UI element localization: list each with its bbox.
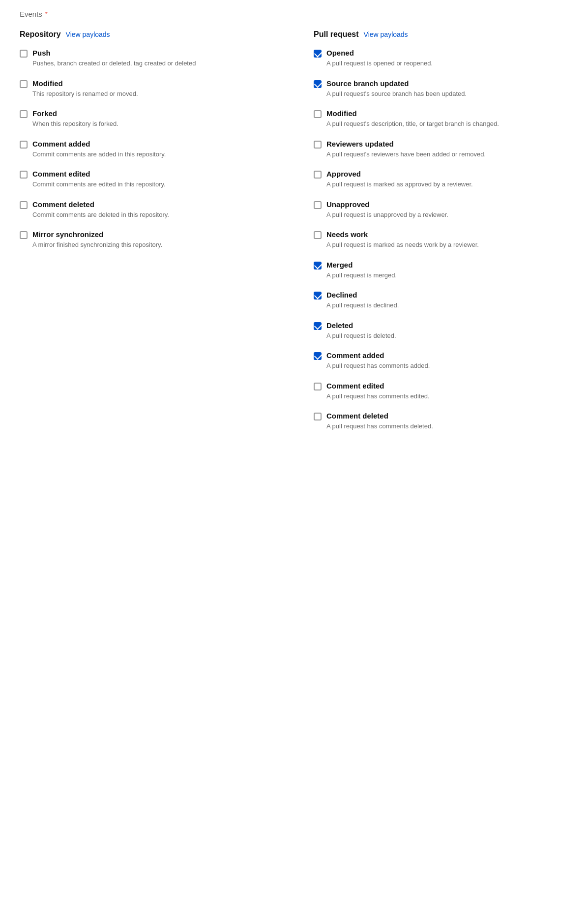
pr-description-pr-source-branch-updated: A pull request's source branch has been …	[326, 89, 568, 99]
pr-item-pr-comment-added: Comment addedA pull request has comments…	[314, 351, 568, 371]
pr-checkbox-wrapper-pr-unapproved	[314, 201, 322, 210]
repo-checkbox-mirror-synchronized[interactable]	[20, 231, 28, 239]
events-label: Events	[20, 10, 42, 18]
pr-name-pr-modified: Modified	[326, 109, 568, 118]
pr-checkbox-wrapper-pr-comment-edited	[314, 383, 322, 392]
repo-checkbox-modified[interactable]	[20, 80, 28, 88]
pr-checkbox-pr-needs-work[interactable]	[314, 231, 322, 239]
pull-request-items-list: OpenedA pull request is opened or reopen…	[314, 49, 568, 431]
repo-item-modified: ModifiedThis repository is renamed or mo…	[20, 79, 274, 99]
pr-description-pr-merged: A pull request is merged.	[326, 270, 568, 280]
pr-name-pr-unapproved: Unapproved	[326, 200, 568, 209]
pr-description-pr-modified: A pull request's description, title, or …	[326, 119, 568, 129]
repo-item-comment-deleted: Comment deletedCommit comments are delet…	[20, 200, 274, 220]
pr-content-pr-declined: DeclinedA pull request is declined.	[326, 291, 568, 310]
pr-name-pr-approved: Approved	[326, 170, 568, 178]
pr-description-pr-unapproved: A pull request is unapproved by a review…	[326, 210, 568, 220]
repo-description-push: Pushes, branch created or deleted, tag c…	[32, 59, 274, 68]
pr-checkbox-pr-source-branch-updated[interactable]	[314, 80, 322, 88]
repository-column-title: Repository	[20, 30, 61, 39]
repo-name-mirror-synchronized: Mirror synchronized	[32, 230, 274, 239]
repo-checkbox-comment-added[interactable]	[20, 141, 28, 149]
repo-content-modified: ModifiedThis repository is renamed or mo…	[32, 79, 274, 99]
repository-items-list: PushPushes, branch created or deleted, t…	[20, 49, 274, 250]
pr-description-pr-reviewers-updated: A pull request's reviewers have been add…	[326, 150, 568, 159]
repo-name-comment-added: Comment added	[32, 140, 274, 148]
pr-checkbox-wrapper-pr-source-branch-updated	[314, 80, 322, 90]
pr-checkbox-pr-unapproved[interactable]	[314, 201, 322, 209]
repo-item-mirror-synchronized: Mirror synchronizedA mirror finished syn…	[20, 230, 274, 250]
pr-checkbox-pr-reviewers-updated[interactable]	[314, 141, 322, 149]
required-asterisk: *	[45, 10, 48, 18]
pr-content-pr-approved: ApprovedA pull request is marked as appr…	[326, 170, 568, 189]
pr-checkbox-wrapper-pr-reviewers-updated	[314, 141, 322, 150]
pr-checkbox-pr-opened[interactable]	[314, 50, 322, 58]
pull-request-column-header: Pull request View payloads	[314, 30, 568, 39]
repository-column-header: Repository View payloads	[20, 30, 274, 39]
repo-name-modified: Modified	[32, 79, 274, 88]
pull-request-column-title: Pull request	[314, 30, 359, 39]
pr-item-pr-source-branch-updated: Source branch updatedA pull request's so…	[314, 79, 568, 99]
pr-name-pr-comment-edited: Comment edited	[326, 382, 568, 390]
pr-item-pr-reviewers-updated: Reviewers updatedA pull request's review…	[314, 140, 568, 159]
header-row: Events*	[20, 10, 568, 18]
pr-checkbox-pr-comment-added[interactable]	[314, 352, 322, 360]
pr-checkbox-pr-merged[interactable]	[314, 262, 322, 269]
repo-name-comment-deleted: Comment deleted	[32, 200, 274, 209]
pr-content-pr-unapproved: UnapprovedA pull request is unapproved b…	[326, 200, 568, 220]
pr-checkbox-wrapper-pr-modified	[314, 110, 322, 120]
repo-content-comment-deleted: Comment deletedCommit comments are delet…	[32, 200, 274, 220]
pr-checkbox-wrapper-pr-approved	[314, 171, 322, 180]
pull-request-view-payloads-link[interactable]: View payloads	[364, 30, 408, 38]
repo-content-forked: ForkedWhen this repository is forked.	[32, 109, 274, 129]
repo-checkbox-comment-deleted[interactable]	[20, 201, 28, 209]
pr-content-pr-opened: OpenedA pull request is opened or reopen…	[326, 49, 568, 68]
repo-description-comment-added: Commit comments are added in this reposi…	[32, 150, 274, 159]
repo-item-forked: ForkedWhen this repository is forked.	[20, 109, 274, 129]
pr-content-pr-source-branch-updated: Source branch updatedA pull request's so…	[326, 79, 568, 99]
repo-content-comment-edited: Comment editedCommit comments are edited…	[32, 170, 274, 189]
repo-checkbox-comment-edited[interactable]	[20, 171, 28, 179]
repo-name-forked: Forked	[32, 109, 274, 118]
pr-item-pr-approved: ApprovedA pull request is marked as appr…	[314, 170, 568, 189]
pr-checkbox-pr-comment-deleted[interactable]	[314, 413, 322, 420]
pr-item-pr-needs-work: Needs workA pull request is marked as ne…	[314, 230, 568, 250]
pr-checkbox-pr-approved[interactable]	[314, 171, 322, 179]
pr-checkbox-pr-deleted[interactable]	[314, 322, 322, 330]
pr-description-pr-comment-added: A pull request has comments added.	[326, 361, 568, 371]
repo-checkbox-wrapper-mirror-synchronized	[20, 231, 28, 240]
repo-checkbox-push[interactable]	[20, 50, 28, 58]
pr-content-pr-reviewers-updated: Reviewers updatedA pull request's review…	[326, 140, 568, 159]
pr-content-pr-comment-added: Comment addedA pull request has comments…	[326, 351, 568, 371]
pr-checkbox-pr-modified[interactable]	[314, 110, 322, 118]
repo-checkbox-wrapper-modified	[20, 80, 28, 90]
repo-name-comment-edited: Comment edited	[32, 170, 274, 178]
pr-description-pr-comment-edited: A pull request has comments edited.	[326, 391, 568, 401]
pr-description-pr-opened: A pull request is opened or reopened.	[326, 59, 568, 68]
repo-checkbox-wrapper-comment-edited	[20, 171, 28, 180]
repo-item-comment-added: Comment addedCommit comments are added i…	[20, 140, 274, 159]
pr-name-pr-merged: Merged	[326, 261, 568, 269]
pr-description-pr-needs-work: A pull request is marked as needs work b…	[326, 240, 568, 250]
repo-checkbox-forked[interactable]	[20, 110, 28, 118]
pr-checkbox-pr-comment-edited[interactable]	[314, 383, 322, 390]
pr-checkbox-wrapper-pr-comment-added	[314, 352, 322, 361]
pr-checkbox-wrapper-pr-declined	[314, 292, 322, 301]
pr-name-pr-deleted: Deleted	[326, 321, 568, 329]
pr-name-pr-comment-added: Comment added	[326, 351, 568, 359]
pr-content-pr-merged: MergedA pull request is merged.	[326, 261, 568, 280]
pr-checkbox-wrapper-pr-needs-work	[314, 231, 322, 240]
pr-description-pr-approved: A pull request is marked as approved by …	[326, 180, 568, 189]
repo-description-mirror-synchronized: A mirror finished synchronizing this rep…	[32, 240, 274, 250]
repository-view-payloads-link[interactable]: View payloads	[66, 30, 110, 38]
pr-item-pr-opened: OpenedA pull request is opened or reopen…	[314, 49, 568, 68]
pr-name-pr-source-branch-updated: Source branch updated	[326, 79, 568, 88]
pr-checkbox-wrapper-pr-comment-deleted	[314, 413, 322, 422]
pr-content-pr-modified: ModifiedA pull request's description, ti…	[326, 109, 568, 129]
pr-description-pr-deleted: A pull request is deleted.	[326, 331, 568, 341]
repository-column: Repository View payloads PushPushes, bra…	[20, 30, 294, 442]
repo-checkbox-wrapper-comment-deleted	[20, 201, 28, 210]
pr-description-pr-declined: A pull request is declined.	[326, 300, 568, 310]
pr-item-pr-comment-deleted: Comment deletedA pull request has commen…	[314, 412, 568, 431]
pr-checkbox-pr-declined[interactable]	[314, 292, 322, 299]
